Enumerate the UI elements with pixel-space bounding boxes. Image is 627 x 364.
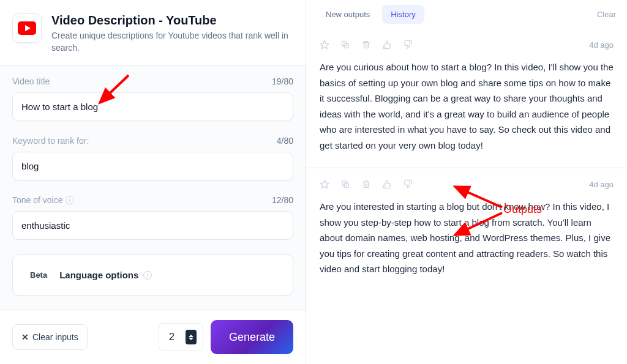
keyword-counter: 4/80 <box>277 136 293 146</box>
outputs-list: 4d ago Are you curious about how to star… <box>306 29 627 364</box>
trash-icon[interactable] <box>361 179 371 189</box>
field-video-title: Video title 19/80 <box>12 76 293 121</box>
tone-input[interactable] <box>12 211 293 240</box>
tab-new-outputs[interactable]: New outputs <box>317 5 378 24</box>
language-options-box[interactable]: Beta Language options i <box>12 254 293 295</box>
star-icon[interactable] <box>320 40 329 50</box>
form-footer: ✕ Clear inputs 2 Generate <box>0 310 306 364</box>
beta-badge: Beta <box>30 270 47 280</box>
tone-counter: 12/80 <box>272 195 293 205</box>
clear-outputs-link[interactable]: Clear <box>597 10 616 19</box>
close-icon: ✕ <box>21 332 29 342</box>
page-subtitle: Create unique descriptions for Youtube v… <box>51 30 293 54</box>
thumbs-up-icon[interactable] <box>382 40 392 50</box>
clear-inputs-label: Clear inputs <box>32 332 78 342</box>
thumbs-down-icon[interactable] <box>403 40 413 50</box>
tone-label: Tone of voice i <box>12 195 74 205</box>
template-header: Video Description - YouTube Create uniqu… <box>0 0 306 65</box>
video-title-label: Video title <box>12 76 50 86</box>
output-count-box: 2 <box>159 323 203 351</box>
output-text: Are you interested in starting a blog bu… <box>320 199 614 277</box>
video-title-counter: 19/80 <box>272 76 293 86</box>
thumbs-up-icon[interactable] <box>382 179 392 189</box>
video-title-input[interactable] <box>12 92 293 121</box>
output-card: 4d ago Are you curious about how to star… <box>306 29 627 168</box>
output-timestamp: 4d ago <box>589 180 614 189</box>
output-count-value: 2 <box>165 332 178 343</box>
keyword-input[interactable] <box>12 152 293 180</box>
field-keyword: Keyword to rank for: 4/80 <box>12 136 293 180</box>
tab-history[interactable]: History <box>382 5 424 24</box>
keyword-label: Keyword to rank for: <box>12 136 89 146</box>
info-icon: i <box>66 196 74 204</box>
output-card: 4d ago Are you interested in starting a … <box>306 168 627 292</box>
thumbs-down-icon[interactable] <box>403 179 413 189</box>
output-text: Are you curious about how to start a blo… <box>320 59 614 153</box>
youtube-icon <box>12 13 42 43</box>
copy-icon[interactable] <box>340 40 350 50</box>
info-icon: i <box>143 271 152 280</box>
page-title: Video Description - YouTube <box>51 13 293 28</box>
output-timestamp: 4d ago <box>589 40 614 50</box>
field-tone: Tone of voice i 12/80 <box>12 195 293 240</box>
language-options-label: Language options <box>59 270 138 280</box>
output-tabs: New outputs History Clear <box>306 0 627 29</box>
quantity-stepper[interactable] <box>186 330 197 344</box>
copy-icon[interactable] <box>340 179 350 189</box>
star-icon[interactable] <box>320 179 329 189</box>
input-panel: Video Description - YouTube Create uniqu… <box>0 0 306 364</box>
trash-icon[interactable] <box>361 40 371 50</box>
output-panel: New outputs History Clear 4d ago Are you… <box>306 0 627 364</box>
clear-inputs-button[interactable]: ✕ Clear inputs <box>12 324 88 350</box>
generate-button[interactable]: Generate <box>211 320 293 354</box>
